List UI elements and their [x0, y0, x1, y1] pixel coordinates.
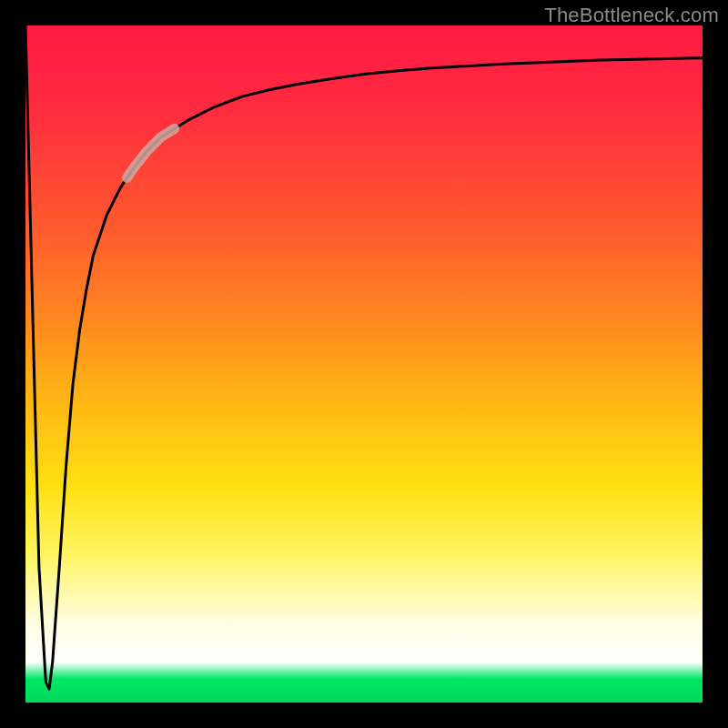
chart-frame	[25, 25, 703, 703]
watermark-text: TheBottleneck.com	[544, 4, 719, 27]
chart-stage: TheBottleneck.com	[0, 0, 728, 728]
curve-highlight-segment	[127, 128, 175, 177]
curve-layer	[25, 25, 703, 703]
bottleneck-curve	[25, 25, 703, 689]
